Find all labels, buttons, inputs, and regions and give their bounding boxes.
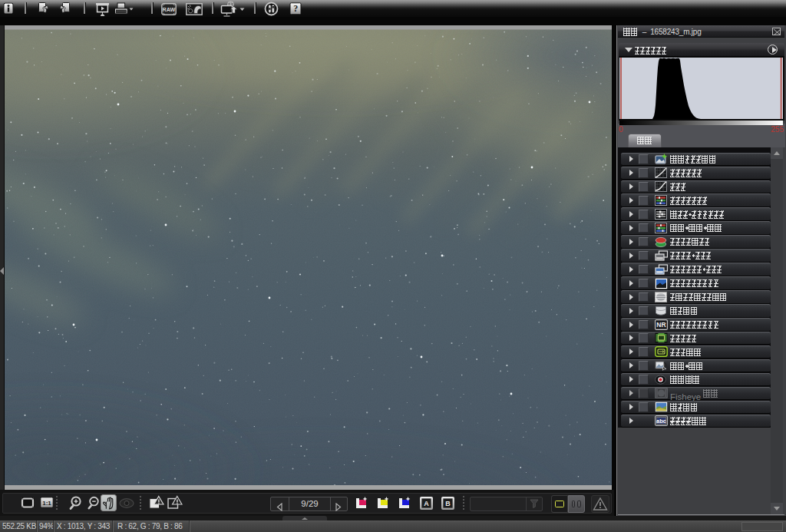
svg-text:B: B <box>445 500 451 507</box>
svg-text:NR: NR <box>656 321 665 329</box>
svg-text:abc: abc <box>656 418 666 425</box>
svg-text:1:1: 1:1 <box>42 500 51 507</box>
svg-text:A: A <box>424 500 429 507</box>
svg-text:?: ? <box>293 3 298 14</box>
svg-text:RAW: RAW <box>163 6 176 13</box>
